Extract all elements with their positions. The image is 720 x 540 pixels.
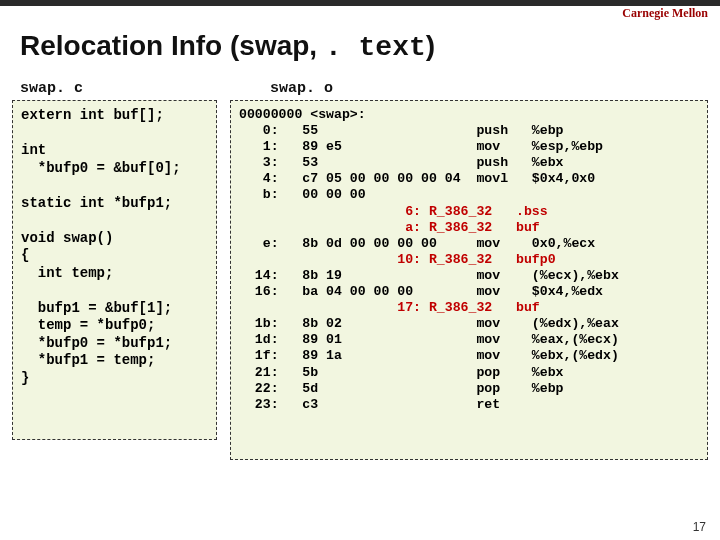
obj-line-1d: 1d: 89 01 mov %eax,(%ecx) <box>239 332 619 347</box>
label-swap-c: swap. c <box>20 80 83 97</box>
reloc-6: 6: R_386_32 .bss <box>239 204 548 219</box>
obj-line-e: e: 8b 0d 00 00 00 00 mov 0x0,%ecx <box>239 236 595 251</box>
source-code-box: extern int buf[]; int *bufp0 = &buf[0]; … <box>12 100 217 440</box>
title-prefix: Relocation Info (swap, <box>20 30 325 61</box>
reloc-17: 17: R_386_32 buf <box>239 300 540 315</box>
label-swap-o: swap. o <box>270 80 333 97</box>
object-code-box: 00000000 <swap>: 0: 55 push %ebp 1: 89 e… <box>230 100 708 460</box>
slide-title: Relocation Info (swap, . text) <box>20 30 435 63</box>
obj-line-22: 22: 5d pop %ebp <box>239 381 563 396</box>
obj-line-4: 4: c7 05 00 00 00 00 04 movl $0x4,0x0 <box>239 171 595 186</box>
title-mono: . text <box>325 32 426 63</box>
reloc-10: 10: R_386_32 bufp0 <box>239 252 556 267</box>
obj-line-23: 23: c3 ret <box>239 397 500 412</box>
obj-line-14: 14: 8b 19 mov (%ecx),%ebx <box>239 268 619 283</box>
obj-line-1f: 1f: 89 1a mov %ebx,(%edx) <box>239 348 619 363</box>
obj-line-1b: 1b: 8b 02 mov (%edx),%eax <box>239 316 619 331</box>
slide-top-bar <box>0 0 720 6</box>
obj-line-1: 1: 89 e5 mov %esp,%ebp <box>239 139 603 154</box>
brand-label: Carnegie Mellon <box>622 6 708 21</box>
obj-line-21: 21: 5b pop %ebx <box>239 365 563 380</box>
obj-line-0: 0: 55 push %ebp <box>239 123 563 138</box>
page-number: 17 <box>693 520 706 534</box>
reloc-a: a: R_386_32 buf <box>239 220 540 235</box>
title-suffix: ) <box>426 30 435 61</box>
obj-head: 00000000 <swap>: <box>239 107 366 122</box>
obj-line-3: 3: 53 push %ebx <box>239 155 563 170</box>
obj-line-16: 16: ba 04 00 00 00 mov $0x4,%edx <box>239 284 603 299</box>
obj-line-b: b: 00 00 00 <box>239 187 366 202</box>
